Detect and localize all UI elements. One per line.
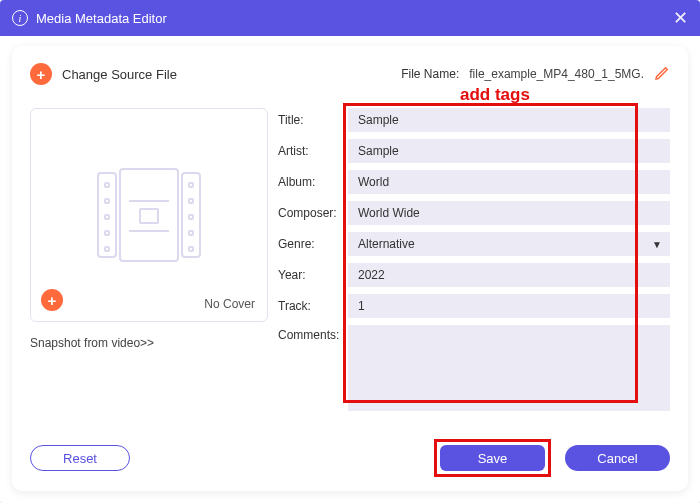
save-button[interactable]: Save [440,445,545,471]
composer-input[interactable] [348,201,670,225]
annotation-highlight-save: Save [434,439,551,477]
metadata-form-column: Title: Artist: Album: Composer: [278,108,670,429]
album-label: Album: [278,175,348,189]
footer-buttons: Reset Save Cancel [30,429,670,477]
close-icon[interactable]: ✕ [673,7,688,29]
edit-filename-icon[interactable] [654,65,670,84]
artist-input[interactable] [348,139,670,163]
change-source-button[interactable]: + Change Source File [30,63,177,85]
title-label: Title: [278,113,348,127]
metadata-form: Title: Artist: Album: Composer: [278,108,670,411]
file-name-label: File Name: [401,67,459,81]
titlebar: i Media Metadata Editor ✕ [0,0,700,36]
artist-label: Artist: [278,144,348,158]
file-name-value: file_example_MP4_480_1_5MG. [469,67,644,81]
annotation-add-tags-label: add tags [460,85,530,105]
track-label: Track: [278,299,348,313]
cancel-button[interactable]: Cancel [565,445,670,471]
media-metadata-editor-window: i Media Metadata Editor ✕ + Change Sourc… [0,0,700,503]
cover-preview: + No Cover [30,108,268,322]
genre-label: Genre: [278,237,348,251]
title-input[interactable] [348,108,670,132]
genre-select[interactable] [348,232,670,256]
main-panel: + Change Source File File Name: file_exa… [12,46,688,491]
composer-label: Composer: [278,206,348,220]
change-source-label: Change Source File [62,67,177,82]
reset-button[interactable]: Reset [30,445,130,471]
plus-icon: + [30,63,52,85]
content-area: + No Cover Snapshot from video>> Title: … [30,108,670,429]
cover-column: + No Cover Snapshot from video>> [30,108,278,429]
file-name-group: File Name: file_example_MP4_480_1_5MG. [401,65,670,84]
comments-label: Comments: [278,325,348,342]
snapshot-from-video-link[interactable]: Snapshot from video>> [30,336,268,350]
comments-textarea[interactable] [348,325,670,411]
album-input[interactable] [348,170,670,194]
window-title: Media Metadata Editor [36,11,167,26]
panel-header: + Change Source File File Name: file_exa… [30,60,670,88]
no-cover-label: No Cover [204,297,255,311]
titlebar-left: i Media Metadata Editor [12,10,167,26]
film-placeholder-icon [97,168,201,262]
year-label: Year: [278,268,348,282]
info-icon: i [12,10,28,26]
year-input[interactable] [348,263,670,287]
add-cover-button[interactable]: + [41,289,63,311]
track-input[interactable] [348,294,670,318]
